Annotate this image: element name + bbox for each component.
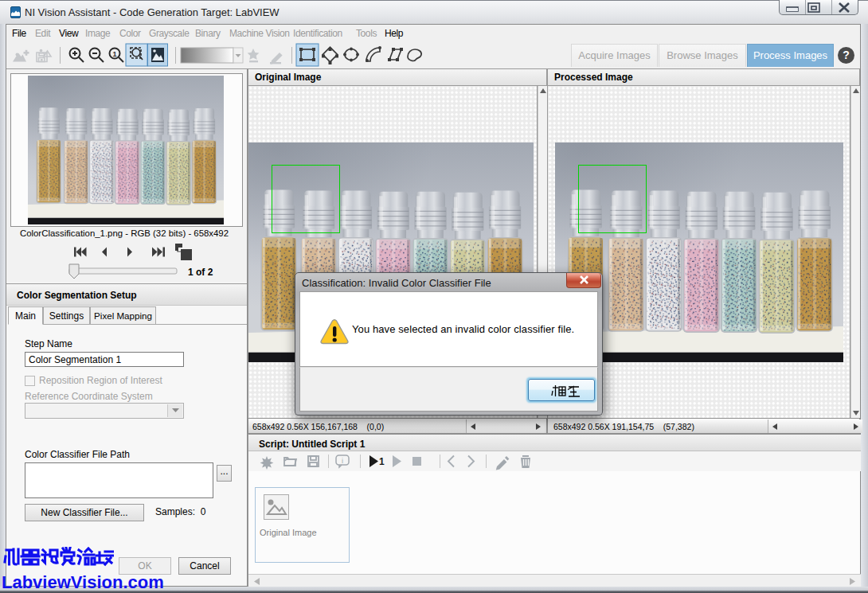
svg-text:1 of 2: 1 of 2 [188,267,213,278]
svg-text:1: 1 [379,456,385,467]
svg-text:i: i [342,457,343,465]
svg-text:1: 1 [112,50,116,58]
